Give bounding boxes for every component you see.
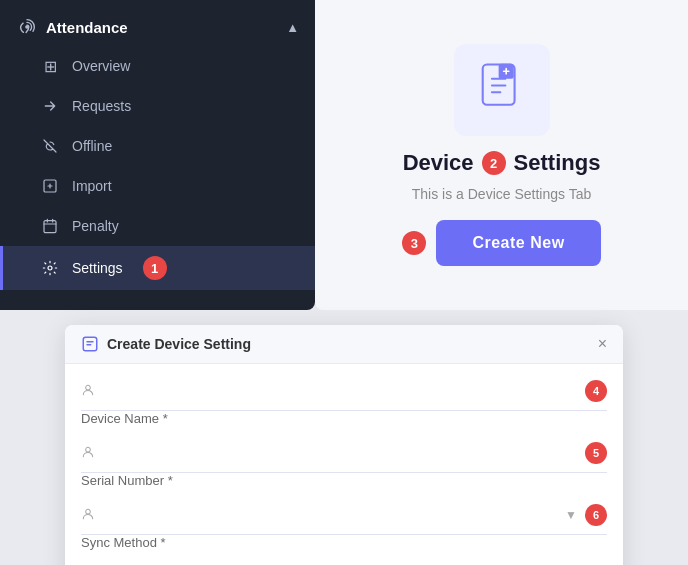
svg-point-9	[86, 509, 91, 514]
sidebar-label-requests: Requests	[72, 98, 131, 114]
right-panel: Device 2 Settings This is a Device Setti…	[315, 0, 688, 310]
sidebar-label-settings: Settings	[72, 260, 123, 276]
badge-6: 6	[585, 504, 607, 526]
panel-subtitle: This is a Device Settings Tab	[412, 186, 592, 202]
modal-header: Create Device Setting ×	[65, 325, 623, 364]
device-icon-container	[454, 44, 550, 136]
svg-point-3	[48, 266, 52, 270]
panel-title: Device 2 Settings	[403, 150, 601, 176]
badge-4: 4	[585, 380, 607, 402]
sidebar-chevron: ▲	[286, 20, 299, 35]
settings-icon	[40, 258, 60, 278]
device-name-field: 4 Device Name *	[81, 376, 607, 426]
sidebar-item-overview[interactable]: ⊞ Overview	[0, 46, 315, 86]
sidebar-item-offline[interactable]: Offline	[0, 126, 315, 166]
serial-number-inner: 5	[81, 438, 607, 473]
device-document-icon	[476, 62, 528, 114]
sync-method-select[interactable]	[107, 508, 557, 523]
sync-method-label: Sync Method *	[81, 535, 607, 550]
sync-method-inner: ▼ 6	[81, 500, 607, 535]
modal-icon	[81, 335, 99, 353]
sidebar-item-requests[interactable]: Requests	[0, 86, 315, 126]
requests-icon	[40, 96, 60, 116]
serial-number-field: 5 Serial Number *	[81, 438, 607, 488]
import-icon	[40, 176, 60, 196]
sidebar-title: Attendance	[46, 19, 128, 36]
device-name-label: Device Name *	[81, 411, 607, 426]
modal-header-left: Create Device Setting	[81, 335, 251, 353]
modal-body: 4 Device Name * 5 Serial Number *	[65, 364, 623, 565]
fingerprint-icon	[16, 16, 38, 38]
badge-3: 3	[402, 231, 426, 255]
svg-rect-6	[83, 337, 97, 351]
badge-1: 1	[143, 256, 167, 280]
serial-number-label: Serial Number *	[81, 473, 607, 488]
sidebar-item-penalty[interactable]: Penalty	[0, 206, 315, 246]
offline-icon	[40, 136, 60, 156]
sidebar-item-settings[interactable]: Settings 1	[0, 246, 315, 290]
sidebar: Attendance ▲ ⊞ Overview Requests Offline…	[0, 0, 315, 310]
sidebar-item-import[interactable]: Import	[0, 166, 315, 206]
modal-close-button[interactable]: ×	[598, 335, 607, 353]
device-name-inner: 4	[81, 376, 607, 411]
badge-5: 5	[585, 442, 607, 464]
sidebar-label-import: Import	[72, 178, 112, 194]
svg-point-7	[86, 385, 91, 390]
sidebar-header: Attendance ▲	[0, 8, 315, 46]
device-name-icon	[81, 383, 99, 400]
sync-method-field: ▼ 6 Sync Method *	[81, 500, 607, 550]
device-name-input[interactable]	[107, 384, 577, 399]
serial-number-input[interactable]	[107, 446, 577, 461]
sync-method-icon	[81, 507, 99, 524]
sidebar-label-offline: Offline	[72, 138, 112, 154]
sidebar-label-overview: Overview	[72, 58, 130, 74]
create-new-wrap: 3 Create New	[402, 220, 600, 266]
modal-title: Create Device Setting	[107, 336, 251, 352]
overview-icon: ⊞	[40, 56, 60, 76]
svg-rect-2	[44, 221, 56, 233]
serial-number-icon	[81, 445, 99, 462]
create-new-button[interactable]: Create New	[436, 220, 600, 266]
sidebar-label-penalty: Penalty	[72, 218, 119, 234]
svg-point-8	[86, 447, 91, 452]
select-arrow-icon: ▼	[565, 508, 577, 522]
penalty-icon	[40, 216, 60, 236]
create-device-modal: Create Device Setting × 4 Device Name *	[65, 325, 623, 565]
badge-2: 2	[482, 151, 506, 175]
sidebar-header-left: Attendance	[16, 16, 128, 38]
